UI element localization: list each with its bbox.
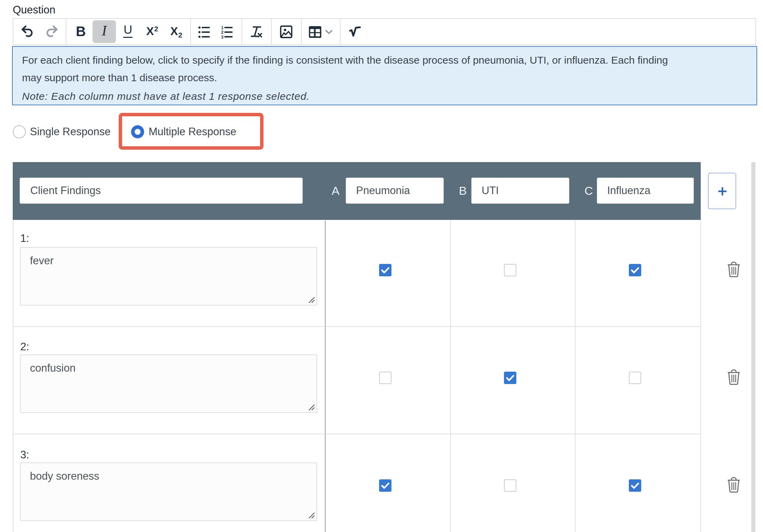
svg-text:2: 2 (221, 30, 224, 35)
svg-text:1: 1 (221, 26, 224, 30)
svg-text:3: 3 (221, 35, 224, 39)
